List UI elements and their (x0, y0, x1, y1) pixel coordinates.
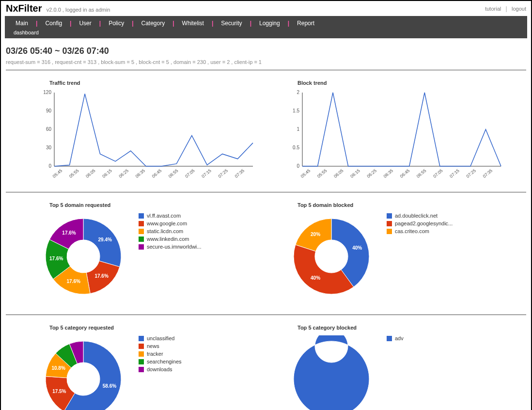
svg-text:1.5: 1.5 (293, 108, 299, 113)
subnav-dashboard[interactable]: dashboard (14, 30, 518, 35)
brand-logo: NxFilter (6, 3, 42, 14)
svg-text:40%: 40% (311, 275, 320, 281)
svg-text:06:05: 06:05 (85, 168, 96, 179)
nav-item-category[interactable]: Category (140, 19, 167, 28)
svg-text:06:55: 06:55 (168, 168, 179, 179)
svg-text:40%: 40% (352, 245, 362, 251)
svg-text:06:25: 06:25 (118, 168, 129, 179)
pie-title-cat-blocked: Top 5 category blocked (297, 325, 516, 331)
svg-text:17.5%: 17.5% (52, 389, 66, 394)
pie-domain-blocked: 40%40%20% (283, 213, 380, 300)
svg-text:07:35: 07:35 (482, 168, 494, 179)
nav-separator: | (170, 20, 177, 27)
svg-text:10.8%: 10.8% (51, 365, 65, 371)
logout-link[interactable]: logout (512, 6, 526, 12)
legend-item: cas.criteo.com (387, 228, 453, 234)
legend-domain-blocked: ad.doubleclick.netpagead2.googlesyndic..… (387, 213, 453, 236)
legend-item: www.google.com (139, 221, 201, 226)
svg-text:07:15: 07:15 (201, 168, 212, 179)
date-range: 03/26 05:40 ~ 03/26 07:40 (6, 46, 526, 56)
nav-separator: | (209, 20, 216, 27)
divider (6, 315, 526, 315)
traffic-trend-chart: 030609012005:4505:5506:0506:1506:2506:35… (35, 89, 258, 186)
traffic-trend-title: Traffic trend (49, 80, 268, 86)
legend-item: secure-us.imrworldwi... (139, 244, 201, 250)
svg-text:06:55: 06:55 (416, 168, 427, 179)
nav-item-policy[interactable]: Policy (107, 19, 126, 28)
legend-item: tracker (139, 351, 182, 357)
svg-text:05:45: 05:45 (300, 168, 312, 179)
brand-sub: v2.0.0 , logged in as admin (47, 7, 110, 13)
svg-text:0.5: 0.5 (293, 145, 299, 150)
svg-text:06:35: 06:35 (383, 168, 394, 179)
main-nav: Main|Config|User|Policy|Category|Whiteli… (5, 16, 527, 38)
svg-text:05:45: 05:45 (52, 168, 63, 179)
svg-text:07:25: 07:25 (465, 168, 477, 179)
svg-text:17.6%: 17.6% (62, 230, 76, 236)
divider (6, 192, 526, 192)
pie-cat-requested: 58.6%17.5%10.8% (35, 335, 132, 410)
pie-domain-requested: 29.4%17.6%17.6%17.6%17.6% (35, 213, 132, 300)
svg-text:120: 120 (43, 90, 51, 95)
pie-title-domain-requested: Top 5 domain requested (49, 202, 268, 208)
nav-item-logging[interactable]: Logging (257, 19, 282, 28)
svg-text:06:15: 06:15 (349, 168, 361, 179)
svg-text:17.6%: 17.6% (94, 273, 108, 279)
svg-text:06:15: 06:15 (101, 168, 113, 179)
nav-separator: | (247, 20, 254, 27)
svg-text:58.6%: 58.6% (103, 383, 116, 389)
nav-separator: | (33, 20, 40, 27)
svg-text:07:35: 07:35 (234, 168, 246, 179)
svg-text:17.6%: 17.6% (66, 279, 80, 284)
svg-text:06:25: 06:25 (366, 168, 377, 179)
legend-item: pagead2.googlesyndic... (387, 221, 453, 226)
legend-cat-requested: unclassifiednewstrackersearchenginesdown… (139, 335, 182, 374)
svg-text:0: 0 (48, 163, 51, 169)
legend-item: static.licdn.com (139, 228, 201, 234)
nav-item-security[interactable]: Security (219, 19, 244, 28)
legend-domain-requested: vl.ff.avast.comwww.google.comstatic.licd… (139, 213, 201, 252)
svg-text:90: 90 (46, 108, 52, 113)
nav-item-user[interactable]: User (77, 19, 93, 28)
svg-text:07:05: 07:05 (184, 168, 196, 179)
legend-item: ad.doubleclick.net (387, 213, 453, 219)
legend-cat-blocked: adv (387, 335, 404, 343)
svg-text:17.6%: 17.6% (49, 256, 63, 261)
svg-text:06:45: 06:45 (399, 168, 411, 179)
legend-item: news (139, 343, 182, 349)
pie-title-cat-requested: Top 5 category requested (49, 325, 268, 331)
pie-title-domain-blocked: Top 5 domain blocked (297, 202, 516, 208)
svg-text:05:55: 05:55 (316, 168, 328, 179)
pie-cat-blocked (283, 335, 380, 410)
nav-separator: | (285, 20, 292, 27)
svg-text:0: 0 (297, 163, 299, 169)
svg-text:07:25: 07:25 (217, 168, 229, 179)
svg-text:2: 2 (297, 90, 299, 95)
svg-text:1: 1 (297, 126, 299, 132)
nav-separator: | (129, 20, 136, 27)
svg-text:06:45: 06:45 (151, 168, 163, 179)
separator: | (506, 5, 507, 12)
svg-text:20%: 20% (311, 232, 320, 237)
nav-separator: | (67, 20, 74, 27)
legend-item: unclassified (139, 335, 182, 341)
divider (6, 70, 526, 70)
legend-item: downloads (139, 366, 182, 372)
svg-text:07:15: 07:15 (449, 168, 460, 179)
block-trend-chart: 00.511.5205:4505:5506:0506:1506:2506:350… (283, 89, 506, 186)
svg-text:30: 30 (46, 145, 52, 150)
nav-item-report[interactable]: Report (295, 19, 316, 28)
legend-item: adv (387, 335, 404, 341)
tutorial-link[interactable]: tutorial (485, 6, 501, 12)
nav-item-config[interactable]: Config (43, 19, 64, 28)
nav-item-whitelist[interactable]: Whitelist (180, 19, 206, 28)
svg-text:05:55: 05:55 (68, 168, 80, 179)
nav-separator: | (96, 20, 104, 27)
legend-item: searchengines (139, 359, 182, 364)
summary-stats: request-sum = 316 , request-cnt = 313 , … (6, 59, 526, 65)
legend-item: www.linkedin.com (139, 236, 201, 242)
legend-item: vl.ff.avast.com (139, 213, 201, 219)
nav-item-main[interactable]: Main (14, 19, 30, 28)
svg-text:06:35: 06:35 (135, 168, 146, 179)
svg-text:60: 60 (46, 126, 52, 132)
